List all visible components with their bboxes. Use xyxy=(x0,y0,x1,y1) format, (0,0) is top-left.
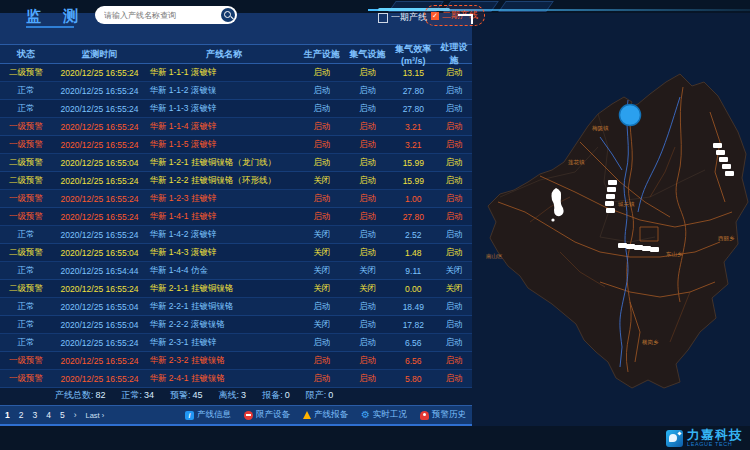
cell-status: 正常 xyxy=(0,265,52,277)
cell-name: 华新 1-1-4 滚镀锌 xyxy=(147,121,298,133)
cell-time: 2020/12/25 16:55:24 xyxy=(52,194,148,204)
legend-stop-button[interactable]: 限产设备 xyxy=(244,409,290,421)
table-row[interactable]: 一级预警2020/12/25 16:55:24华新 1-1-4 滚镀锌启动启动3… xyxy=(0,118,472,136)
page-button-3[interactable]: 3 xyxy=(32,410,37,420)
legend-bell-button[interactable]: 预警历史 xyxy=(420,409,466,421)
summary-item: 限产:0 xyxy=(306,389,334,402)
table-row[interactable]: 二级预警2020/12/25 16:55:24华新 1-1-1 滚镀锌启动启动1… xyxy=(0,64,472,82)
cell-efficiency: 1.48 xyxy=(390,248,436,258)
cell-status: 一级预警 xyxy=(0,211,52,223)
cell-efficiency: 27.80 xyxy=(390,86,436,96)
page-button-2[interactable]: 2 xyxy=(19,410,24,420)
map-landmass xyxy=(488,74,748,388)
table-row[interactable]: 一级预警2020/12/25 16:55:24华新 1-1-5 滚镀锌启动启动3… xyxy=(0,136,472,154)
cell-efficiency: 6.56 xyxy=(390,356,436,366)
cell-treatment: 启动 xyxy=(436,301,472,313)
summary-item: 正常:34 xyxy=(122,389,155,402)
cell-efficiency: 15.99 xyxy=(390,158,436,168)
cell-production: 启动 xyxy=(299,157,345,169)
cell-efficiency: 9.11 xyxy=(390,266,436,276)
cell-gas-facility: 启动 xyxy=(345,121,391,133)
cell-efficiency: 3.21 xyxy=(390,122,436,132)
last-page-button[interactable]: Last › xyxy=(86,411,105,420)
cell-production: 关闭 xyxy=(299,175,345,187)
table-row[interactable]: 正常2020/12/25 16:54:44华新 1-4-4 仿金关闭关闭9.11… xyxy=(0,262,472,280)
table-row[interactable]: 二级预警2020/12/25 16:55:04华新 1-4-3 滚镀锌关闭启动1… xyxy=(0,244,472,262)
map-place-label: 横岗乡 xyxy=(642,339,659,345)
cell-time: 2020/12/25 16:55:24 xyxy=(52,176,148,186)
cell-time: 2020/12/25 16:55:04 xyxy=(52,302,148,312)
corner-bracket-decor xyxy=(458,14,473,24)
checkbox-checked-icon: ✓ xyxy=(431,12,439,20)
cell-production: 启动 xyxy=(299,211,345,223)
phase2-button[interactable]: ✓ 二期产线 xyxy=(424,5,485,26)
cell-name: 华新 2-1-1 挂镀铜镍铬 xyxy=(147,283,298,295)
cell-production: 启动 xyxy=(299,373,345,385)
cell-status: 二级预警 xyxy=(0,283,52,295)
cell-treatment: 启动 xyxy=(436,67,472,79)
table-row[interactable]: 一级预警2020/12/25 16:55:24华新 2-4-1 挂镀镍铬启动启动… xyxy=(0,370,472,388)
table-row[interactable]: 二级预警2020/12/25 16:55:04华新 1-2-1 挂镀铜镍铬（龙门… xyxy=(0,154,472,172)
legend-label: 产线信息 xyxy=(197,409,231,421)
cell-name: 华新 1-4-2 滚镀锌 xyxy=(147,229,298,241)
page-button-1[interactable]: 1 xyxy=(5,410,10,420)
search-button[interactable] xyxy=(221,8,235,22)
table-row[interactable]: 一级预警2020/12/25 16:55:24华新 1-4-1 挂镀锌启动启动2… xyxy=(0,208,472,226)
table-row[interactable]: 正常2020/12/25 16:55:04华新 2-2-2 滚镀镍铬关闭启动17… xyxy=(0,316,472,334)
page-button-4[interactable]: 4 xyxy=(46,410,51,420)
cell-name: 华新 1-1-3 滚镀锌 xyxy=(147,103,298,115)
cell-efficiency: 15.99 xyxy=(390,176,436,186)
info-icon: i xyxy=(185,411,194,420)
table-row[interactable]: 二级预警2020/12/25 16:55:24华新 1-2-2 挂镀铜镍铬（环形… xyxy=(0,172,472,190)
cell-treatment: 启动 xyxy=(436,175,472,187)
next-page-button[interactable]: › xyxy=(74,410,77,420)
cell-time: 2020/12/25 16:55:24 xyxy=(52,212,148,222)
title-underline xyxy=(26,26,74,28)
cell-treatment: 启动 xyxy=(436,157,472,169)
search-input[interactable] xyxy=(95,11,221,20)
cell-time: 2020/12/25 16:55:24 xyxy=(52,230,148,240)
table-row[interactable]: 二级预警2020/12/25 16:55:24华新 2-1-1 挂镀铜镍铬关闭关… xyxy=(0,280,472,298)
col-time: 监测时间 xyxy=(52,48,148,61)
gear-icon: ⚙ xyxy=(361,410,370,420)
table-row[interactable]: 正常2020/12/25 16:55:24华新 1-4-2 滚镀锌关闭启动2.5… xyxy=(0,226,472,244)
legend-tri-button[interactable]: 产线报备 xyxy=(303,409,348,421)
cell-gas-facility: 关闭 xyxy=(345,283,391,295)
search-box xyxy=(95,6,237,24)
phase1-label: 一期产线 xyxy=(391,11,427,24)
cell-efficiency: 27.80 xyxy=(390,212,436,222)
cell-time: 2020/12/25 16:55:24 xyxy=(52,140,148,150)
cell-name: 华新 2-2-2 滚镀镍铬 xyxy=(147,319,298,331)
cell-production: 启动 xyxy=(299,85,345,97)
cell-name: 华新 1-4-3 滚镀锌 xyxy=(147,247,298,259)
summary-item: 离线:3 xyxy=(219,389,247,402)
cell-production: 启动 xyxy=(299,301,345,313)
table-row[interactable]: 正常2020/12/25 16:55:24华新 1-1-3 滚镀锌启动启动27.… xyxy=(0,100,472,118)
cell-gas-facility: 启动 xyxy=(345,229,391,241)
phase1-checkbox[interactable]: 一期产线 xyxy=(378,11,427,24)
legend-label: 限产设备 xyxy=(256,409,290,421)
cell-time: 2020/12/25 16:55:24 xyxy=(52,338,148,348)
cell-production: 启动 xyxy=(299,139,345,151)
table-row[interactable]: 正常2020/12/25 16:55:24华新 2-3-1 挂镀锌启动启动6.5… xyxy=(0,334,472,352)
legend-gear-button[interactable]: ⚙实时工况 xyxy=(361,409,407,421)
cell-production: 启动 xyxy=(299,67,345,79)
cell-production: 启动 xyxy=(299,103,345,115)
cluster-marker[interactable] xyxy=(620,105,641,126)
page-button-5[interactable]: 5 xyxy=(60,410,65,420)
table-row[interactable]: 一级预警2020/12/25 16:55:24华新 2-3-2 挂镀镍铬启动启动… xyxy=(0,352,472,370)
cell-gas-facility: 启动 xyxy=(345,193,391,205)
cell-treatment: 关闭 xyxy=(436,283,472,295)
map-panel[interactable]: 梅陇镇 莲花镇 城关镇 西丽乡 东山乡 南山区 横岗乡 xyxy=(480,52,750,392)
cell-status: 正常 xyxy=(0,319,52,331)
cell-time: 2020/12/25 16:55:24 xyxy=(52,284,148,294)
table-row[interactable]: 正常2020/12/25 16:55:24华新 1-1-2 滚镀镍启动启动27.… xyxy=(0,82,472,100)
table-row[interactable]: 正常2020/12/25 16:55:04华新 2-2-1 挂镀铜镍铬启动启动1… xyxy=(0,298,472,316)
table-row[interactable]: 一级预警2020/12/25 16:55:24华新 1-2-3 挂镀锌启动启动1… xyxy=(0,190,472,208)
cell-gas-facility: 启动 xyxy=(345,319,391,331)
cell-time: 2020/12/25 16:55:04 xyxy=(52,248,148,258)
cell-production: 关闭 xyxy=(299,283,345,295)
cell-gas-facility: 启动 xyxy=(345,247,391,259)
monitor-table: 状态 监测时间 产线名称 生产设施 集气设施 集气效率(m³/s) 处理设施 二… xyxy=(0,44,472,388)
legend-info-button[interactable]: i产线信息 xyxy=(185,409,231,421)
